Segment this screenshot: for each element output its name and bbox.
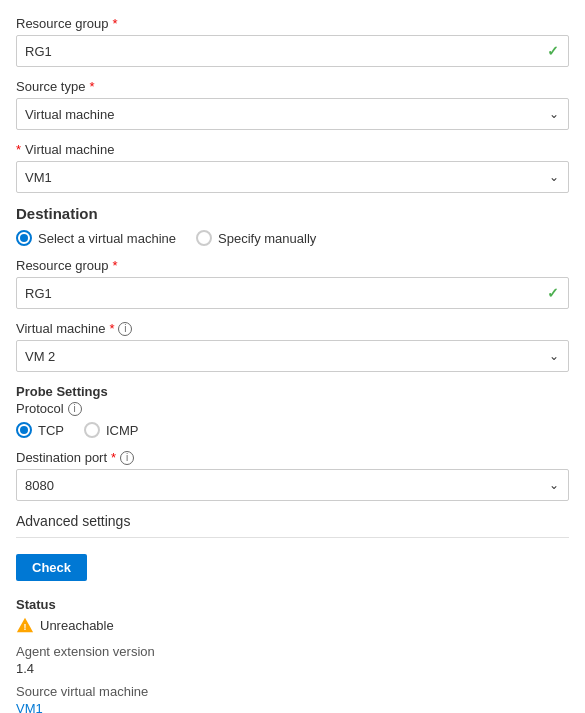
radio-select-vm-option[interactable]: Select a virtual machine	[16, 230, 176, 246]
status-label: Status	[16, 597, 569, 612]
check-button[interactable]: Check	[16, 554, 87, 581]
source-vm-info-label: Source virtual machine	[16, 684, 569, 699]
radio-icmp-input[interactable]	[84, 422, 100, 438]
dest-port-select-wrapper: 8080 ⌄	[16, 469, 569, 501]
radio-specify-manually-label: Specify manually	[218, 231, 316, 246]
radio-tcp-option[interactable]: TCP	[16, 422, 64, 438]
radio-icmp-label: ICMP	[106, 423, 139, 438]
label-text: Virtual machine	[25, 142, 114, 157]
label-text: Resource group	[16, 258, 109, 273]
source-vm-label: * Virtual machine	[16, 142, 569, 157]
dest-vm-select-wrapper: VM 2 ⌄	[16, 340, 569, 372]
resource-group-select[interactable]: RG1	[16, 35, 569, 67]
advanced-settings-title: Advanced settings	[16, 513, 130, 529]
dest-resource-group-field: Resource group * RG1 ✓	[16, 258, 569, 309]
agent-ext-value: 1.4	[16, 661, 569, 676]
advanced-settings-section: Advanced settings	[16, 513, 569, 538]
source-type-select[interactable]: Virtual machine	[16, 98, 569, 130]
source-type-field: Source type * Virtual machine ⌄	[16, 79, 569, 130]
required-star: *	[89, 79, 94, 94]
required-star: *	[16, 142, 21, 157]
dest-vm-select[interactable]: VM 2	[16, 340, 569, 372]
dest-port-info-icon[interactable]: i	[120, 451, 134, 465]
status-value-row: ! Unreachable	[16, 616, 569, 634]
required-star: *	[113, 258, 118, 273]
status-section: Status ! Unreachable Agent extension ver…	[16, 597, 569, 713]
destination-radio-group: Select a virtual machine Specify manuall…	[16, 230, 569, 246]
radio-specify-manually-option[interactable]: Specify manually	[196, 230, 316, 246]
svg-text:!: !	[24, 622, 27, 632]
probe-settings-title: Probe Settings	[16, 384, 569, 399]
radio-tcp-input[interactable]	[16, 422, 32, 438]
dest-resource-group-label: Resource group *	[16, 258, 569, 273]
destination-section: Destination Select a virtual machine Spe…	[16, 205, 569, 246]
resource-group-label: Resource group *	[16, 16, 569, 31]
label-text: Destination port	[16, 450, 107, 465]
protocol-label-text: Protocol	[16, 401, 64, 416]
status-text: Unreachable	[40, 618, 114, 633]
radio-select-vm-input[interactable]	[16, 230, 32, 246]
source-vm-select-wrapper: VM1 ⌄	[16, 161, 569, 193]
agent-ext-version-row: Agent extension version 1.4	[16, 644, 569, 676]
source-type-select-wrapper: Virtual machine ⌄	[16, 98, 569, 130]
dest-port-field: Destination port * i 8080 ⌄	[16, 450, 569, 501]
source-vm-row: Source virtual machine VM1	[16, 684, 569, 713]
radio-select-vm-label: Select a virtual machine	[38, 231, 176, 246]
source-vm-field: * Virtual machine VM1 ⌄	[16, 142, 569, 193]
label-text: Virtual machine	[16, 321, 105, 336]
label-text: Source type	[16, 79, 85, 94]
source-vm-info-value[interactable]: VM1	[16, 701, 569, 713]
probe-settings-section: Probe Settings Protocol i TCP ICMP	[16, 384, 569, 438]
dest-port-select[interactable]: 8080	[16, 469, 569, 501]
label-text: Resource group	[16, 16, 109, 31]
required-star: *	[109, 321, 114, 336]
source-vm-select[interactable]: VM1	[16, 161, 569, 193]
dest-port-label: Destination port * i	[16, 450, 569, 465]
agent-ext-label: Agent extension version	[16, 644, 569, 659]
radio-icmp-option[interactable]: ICMP	[84, 422, 139, 438]
protocol-info-icon[interactable]: i	[68, 402, 82, 416]
dest-resource-group-select[interactable]: RG1	[16, 277, 569, 309]
resource-group-select-wrapper: RG1 ✓	[16, 35, 569, 67]
destination-title: Destination	[16, 205, 569, 222]
warning-icon: !	[16, 616, 34, 634]
protocol-label: Protocol i	[16, 401, 569, 416]
radio-tcp-label: TCP	[38, 423, 64, 438]
dest-vm-field: Virtual machine * i VM 2 ⌄	[16, 321, 569, 372]
dest-vm-label: Virtual machine * i	[16, 321, 569, 336]
dest-resource-group-select-wrapper: RG1 ✓	[16, 277, 569, 309]
protocol-radio-group: TCP ICMP	[16, 422, 569, 438]
dest-vm-info-icon[interactable]: i	[118, 322, 132, 336]
source-type-label: Source type *	[16, 79, 569, 94]
resource-group-field: Resource group * RG1 ✓	[16, 16, 569, 67]
radio-specify-manually-input[interactable]	[196, 230, 212, 246]
required-star: *	[113, 16, 118, 31]
required-star: *	[111, 450, 116, 465]
